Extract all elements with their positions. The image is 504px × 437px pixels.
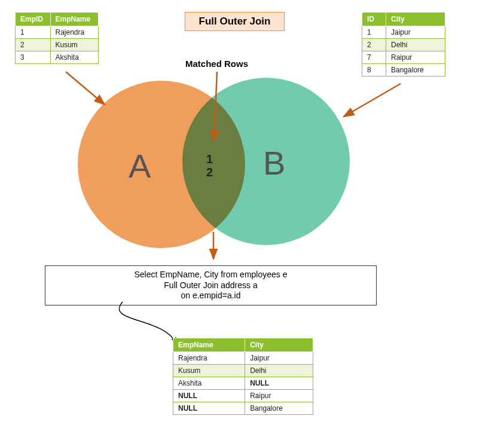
overlap-value: 2 (206, 166, 213, 179)
cell-null: NULL (173, 390, 245, 402)
overlap-value: 1 (206, 152, 213, 166)
cell-null: NULL (245, 377, 313, 390)
svg-line-2 (214, 72, 217, 140)
cell: Bangalore (245, 402, 313, 415)
venn-label-a: A (129, 146, 151, 185)
cell: Bangalore (386, 64, 445, 77)
cell: Delhi (245, 365, 313, 377)
table-row: Rajendra Jaipur (173, 352, 313, 365)
sql-line: Full Outer Join address a (51, 280, 370, 291)
employees-table: EmpID EmpName 1 Rajendra 2 Kusum 3 Akshi… (15, 12, 99, 64)
table-row: Akshita NULL (173, 377, 313, 390)
sql-line: Select EmpName, City from employees e (51, 270, 370, 280)
table-row: 2 Kusum (16, 39, 99, 51)
sql-line: on e.empid=a.id (51, 291, 370, 301)
col-id: ID (362, 13, 386, 26)
venn-overlap-values: 1 2 (206, 152, 213, 179)
cell: 1 (362, 26, 386, 39)
col-empname: EmpName (50, 13, 99, 26)
cell: 7 (362, 51, 386, 64)
cell: Rajendra (50, 26, 99, 39)
table-header: EmpID EmpName (16, 13, 99, 26)
cell: Akshita (50, 51, 99, 64)
cell: Raipur (386, 51, 445, 64)
arrow-address-to-b (335, 81, 407, 129)
table-row: 3 Akshita (16, 51, 99, 64)
cell: Rajendra (173, 352, 245, 365)
arrow-matched-to-overlap (208, 69, 226, 149)
table-header: ID City (362, 13, 445, 26)
table-row: Kusum Delhi (173, 365, 313, 377)
table-row: NULL Bangalore (173, 402, 313, 415)
address-table: ID City 1 Jaipur 2 Delhi 7 Raipur 8 Bang… (362, 12, 445, 77)
table-header: EmpName City (173, 338, 313, 352)
venn-label-b: B (263, 143, 285, 182)
result-table: EmpName City Rajendra Jaipur Kusum Delhi… (173, 338, 313, 415)
cell: Kusum (50, 39, 99, 51)
cell: Akshita (173, 377, 245, 390)
page-title: Full Outer Join (185, 12, 285, 31)
svg-line-1 (344, 84, 401, 117)
cell: Delhi (386, 39, 445, 51)
col-city: City (245, 338, 313, 352)
cell: Raipur (245, 390, 313, 402)
arrow-venn-to-sql (206, 232, 224, 265)
col-city: City (386, 13, 445, 26)
svg-line-0 (66, 72, 105, 105)
cell-null: NULL (173, 402, 245, 415)
cell: Jaipur (245, 352, 313, 365)
cell: 2 (16, 39, 51, 51)
cell: Kusum (173, 365, 245, 377)
table-row: 2 Delhi (362, 39, 445, 51)
cell: 2 (362, 39, 386, 51)
cell: Jaipur (386, 26, 445, 39)
col-empid: EmpID (16, 13, 51, 26)
table-row: 8 Bangalore (362, 64, 445, 77)
cell: 1 (16, 26, 51, 39)
table-row: 1 Jaipur (362, 26, 445, 39)
arrow-employees-to-a (63, 69, 117, 114)
cell: 8 (362, 64, 386, 77)
table-row: 7 Raipur (362, 51, 445, 64)
sql-query-box: Select EmpName, City from employees e Fu… (45, 265, 377, 305)
matched-rows-label: Matched Rows (185, 59, 248, 69)
table-row: 1 Rajendra (16, 26, 99, 39)
col-empname: EmpName (173, 338, 245, 352)
cell: 3 (16, 51, 51, 64)
table-row: NULL Raipur (173, 390, 313, 402)
